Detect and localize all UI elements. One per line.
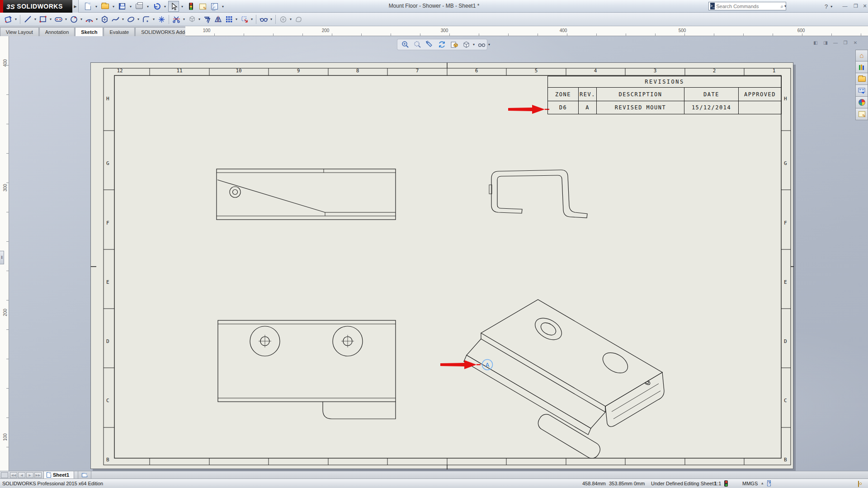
units-popup-caret-icon[interactable]: ▴ — [761, 481, 764, 485]
open-dropdown-caret-icon[interactable]: ▾ — [111, 5, 116, 9]
search-commands-input[interactable] — [716, 4, 780, 9]
first-sheet-button[interactable]: ◀◀ — [10, 472, 17, 478]
graphics-area[interactable]: 400 300 200 100 ‖ ▾ ▾ ◧ ◨ — ❐ ✕ ⌂ — [0, 36, 868, 471]
search-dropdown-caret-icon[interactable]: ▾ — [784, 4, 786, 8]
isometric-view[interactable] — [464, 300, 664, 461]
help-button[interactable]: ? ▾ — [825, 2, 838, 10]
hide-show-items-button[interactable] — [476, 40, 487, 50]
move-caret-icon[interactable]: ▾ — [250, 17, 254, 21]
circle-caret-icon[interactable]: ▾ — [79, 17, 84, 21]
tab-sketch[interactable]: Sketch — [75, 27, 103, 36]
slot-caret-icon[interactable]: ▾ — [64, 17, 68, 21]
undo-button[interactable] — [151, 1, 162, 12]
options-dropdown-caret-icon[interactable]: ▾ — [221, 5, 225, 9]
doc-close-icon[interactable]: ✕ — [852, 40, 859, 46]
revisions-table[interactable]: REVISIONS ZONE REV. DESCRIPTION DATE APP… — [547, 76, 782, 114]
hide-show-caret-icon[interactable]: ▾ — [488, 42, 490, 47]
tab-evaluate[interactable]: Evaluate — [104, 27, 135, 36]
3d-drawing-view-button[interactable] — [448, 40, 459, 50]
appearances-scenes-button[interactable] — [855, 97, 868, 108]
status-tag-icon[interactable] — [858, 481, 859, 487]
line-tool-button[interactable] — [22, 14, 33, 25]
circle-tool-button[interactable] — [68, 14, 79, 25]
solidworks-resources-button[interactable]: ⌂ — [855, 50, 868, 61]
rebuild-button[interactable] — [185, 1, 196, 12]
polygon-tool-button[interactable] — [99, 14, 110, 25]
pane-splitter-handle[interactable]: ‖ — [0, 251, 4, 264]
options-button[interactable]: ✓ —✓ — — [209, 1, 220, 12]
menu-expand-arrow-icon[interactable]: ▶ — [72, 0, 79, 13]
show-right-pane-icon[interactable]: ◨ — [822, 40, 829, 46]
search-scope-icon[interactable]: >_ — [710, 3, 715, 9]
new-document-button[interactable] — [82, 1, 93, 12]
sketch-fillet-button[interactable] — [141, 14, 151, 25]
open-button[interactable] — [99, 1, 110, 12]
zoom-to-area-button[interactable] — [412, 40, 423, 50]
mirror-entities-button[interactable] — [212, 14, 223, 25]
sketch-caret-icon[interactable]: ▾ — [14, 17, 18, 21]
trim-entities-button[interactable] — [171, 14, 182, 25]
arc-caret-icon[interactable]: ▾ — [94, 17, 99, 21]
restore-button[interactable]: ❐ — [851, 3, 861, 10]
sheet-tab-splitter[interactable] — [1, 472, 8, 478]
point-tool-button[interactable] — [156, 14, 167, 25]
offset-entities-button[interactable] — [202, 14, 212, 25]
doc-minimize-icon[interactable]: — — [832, 40, 839, 46]
ellipse-caret-icon[interactable]: ▾ — [136, 17, 141, 21]
trim-caret-icon[interactable]: ▾ — [182, 17, 186, 21]
top-view[interactable] — [218, 320, 396, 419]
spline-tool-button[interactable] — [110, 14, 121, 25]
file-properties-button[interactable] — [197, 1, 208, 12]
convert-entities-button[interactable] — [186, 14, 197, 25]
tab-view-layout[interactable]: View Layout — [0, 27, 39, 36]
spline-caret-icon[interactable]: ▾ — [121, 17, 125, 21]
rectangle-caret-icon[interactable]: ▾ — [48, 17, 53, 21]
linear-sketch-pattern-button[interactable] — [223, 14, 234, 25]
last-sheet-button[interactable]: ▶▶ — [34, 472, 42, 478]
relations-caret-icon[interactable]: ▾ — [269, 17, 274, 21]
search-magnifier-icon[interactable]: ⌕ — [780, 3, 783, 9]
display-style-caret-icon[interactable]: ▾ — [473, 42, 475, 47]
close-button[interactable]: ✕ — [860, 3, 868, 10]
zoom-to-fit-button[interactable] — [400, 40, 410, 50]
design-library-button[interactable] — [855, 61, 868, 73]
view-palette-button[interactable] — [855, 85, 868, 97]
sheet1-tab[interactable]: Sheet1 — [43, 471, 74, 479]
corner-rectangle-button[interactable] — [38, 14, 48, 25]
instant2d-caret-icon[interactable]: ▾ — [288, 17, 293, 21]
previous-sheet-button[interactable]: ◀ — [18, 472, 25, 478]
print-dropdown-caret-icon[interactable]: ▾ — [146, 5, 150, 9]
tab-annotation[interactable]: Annotation — [39, 27, 75, 36]
ellipse-tool-button[interactable] — [125, 14, 136, 25]
three-point-arc-button[interactable] — [84, 14, 94, 25]
instant2d-button[interactable] — [278, 14, 288, 25]
minimize-button[interactable]: — — [840, 3, 850, 10]
undo-dropdown-caret-icon[interactable]: ▾ — [163, 5, 167, 9]
rotate-view-button[interactable] — [436, 40, 447, 50]
print-button[interactable] — [134, 1, 145, 12]
line-caret-icon[interactable]: ▾ — [33, 17, 38, 21]
drawing-sheet[interactable]: A 12 11 10 9 8 7 6 5 4 3 2 1 H G F E D C… — [90, 62, 793, 469]
display-delete-relations-button[interactable] — [258, 14, 269, 25]
add-sheet-button[interactable] — [78, 471, 91, 479]
doc-restore-icon[interactable]: ❐ — [842, 40, 849, 46]
custom-properties-button[interactable] — [855, 108, 868, 120]
status-unit-system[interactable]: MMGS — [742, 481, 758, 486]
display-style-button[interactable] — [461, 40, 472, 50]
file-explorer-button[interactable] — [855, 73, 868, 85]
move-entities-button[interactable] — [239, 14, 250, 25]
sketch-button[interactable] — [3, 14, 14, 25]
shaded-sketch-contours-button[interactable] — [293, 14, 304, 25]
new-dropdown-caret-icon[interactable]: ▾ — [94, 5, 99, 9]
previous-view-button[interactable] — [424, 40, 435, 50]
convert-caret-icon[interactable]: ▾ — [197, 17, 202, 21]
front-view[interactable] — [217, 169, 396, 220]
pattern-caret-icon[interactable]: ▾ — [234, 17, 239, 21]
save-dropdown-caret-icon[interactable]: ▾ — [128, 5, 133, 9]
show-left-pane-icon[interactable]: ◧ — [812, 40, 819, 46]
side-view[interactable] — [489, 170, 587, 218]
select-tool-button[interactable] — [168, 1, 179, 12]
straight-slot-button[interactable] — [53, 14, 64, 25]
search-commands-box[interactable]: >_ ⌕ ▾ — [708, 2, 786, 10]
status-help-button[interactable]: ? — [767, 480, 771, 486]
